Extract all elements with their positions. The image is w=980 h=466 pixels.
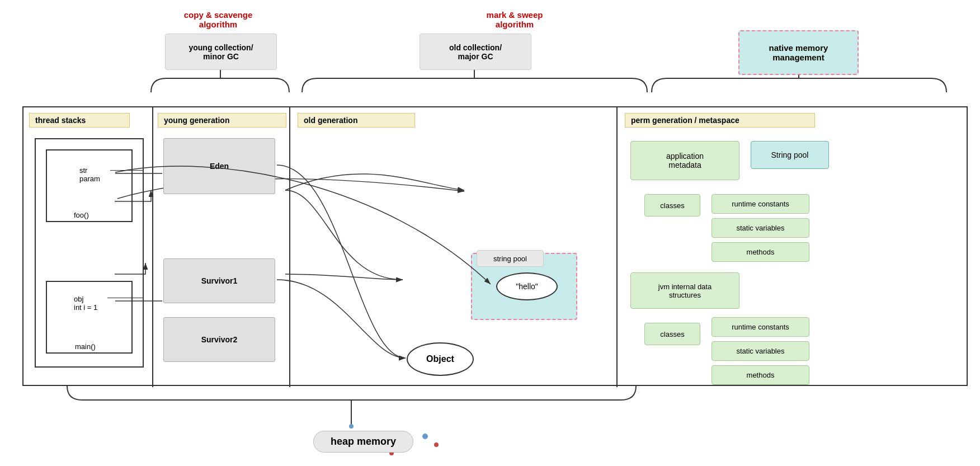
classes2-box: classes: [644, 323, 700, 345]
classes1-box: classes: [644, 194, 700, 216]
survivor2-box: Survivor2: [163, 317, 275, 362]
str-param-text: strparam: [79, 166, 100, 183]
perm-gen-label: perm generation / metaspace: [625, 113, 815, 128]
obj-int-text: objint i = 1: [74, 295, 97, 312]
native-memory-box: native memorymanagement: [738, 30, 859, 75]
old-gen-label: old generation: [298, 113, 415, 128]
thread-stacks-label: thread stacks: [29, 113, 130, 128]
young-gen-label: young generation: [158, 113, 286, 128]
main-label: main(): [75, 342, 96, 351]
methods1-box: methods: [712, 242, 809, 262]
runtime-constants1-box: runtime constants: [712, 194, 809, 214]
diagram-container: { "top_labels": { "copy_scavenge": "copy…: [0, 0, 980, 466]
foo-label: foo(): [74, 211, 89, 219]
young-collection-box: young collection/minor GC: [165, 34, 277, 70]
heap-memory-label: heap memory: [313, 431, 413, 453]
eden-box: Eden: [163, 138, 275, 194]
svg-point-7: [422, 434, 428, 439]
static-variables1-box: static variables: [712, 218, 809, 238]
svg-point-8: [434, 443, 439, 447]
hello-oval: "hello": [496, 272, 558, 300]
foo-frame: [46, 149, 133, 222]
runtime-constants2-box: runtime constants: [712, 317, 809, 337]
survivor1-box: Survivor1: [163, 258, 275, 303]
mark-sweep-label: mark & sweepalgorithm: [459, 10, 571, 29]
methods2-box: methods: [712, 365, 809, 385]
jvm-internal-box: jvm internal datastructures: [630, 272, 739, 309]
static-variables2-box: static variables: [712, 341, 809, 361]
object-oval: Object: [407, 342, 474, 376]
main-memory-area: thread stacks strparam foo() objint i = …: [22, 106, 968, 386]
copy-scavenge-label: copy & scavengealgorithm: [162, 10, 274, 29]
string-pool-right-box: String pool: [751, 141, 829, 169]
string-pool-header: string pool: [477, 250, 544, 267]
old-collection-box: old collection/major GC: [420, 34, 531, 70]
app-metadata-box: applicationmetadata: [630, 141, 739, 180]
svg-point-4: [349, 424, 354, 429]
